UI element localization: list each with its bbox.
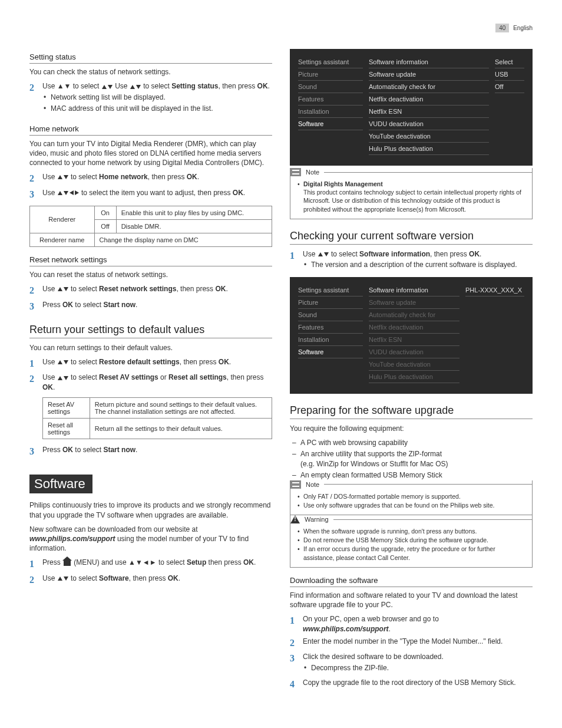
step: 1 Use to select Restore default settings… bbox=[29, 357, 272, 370]
table-reset: Reset AV settingsReturn picture and soun… bbox=[42, 397, 272, 439]
heading-home-network: Home network bbox=[29, 124, 272, 136]
step: 4 Copy the upgrade file to the root dire… bbox=[290, 678, 533, 691]
warning-upgrade: Warning When the software upgrade is run… bbox=[290, 515, 533, 568]
text: Philips continuously tries to improve it… bbox=[29, 500, 272, 519]
ui-menu-software-info: Settings assistant Picture Sound Feature… bbox=[290, 277, 533, 394]
step: 2 Use ▲▼ to select Use ▲▼ to select Use … bbox=[29, 81, 272, 116]
note-icon bbox=[290, 480, 301, 489]
step: 1 Use to select Software information, th… bbox=[290, 249, 533, 273]
left-column: Setting status You can check the status … bbox=[29, 44, 272, 694]
down-icon bbox=[108, 85, 113, 89]
step: 3 Press OK to select Start now. bbox=[29, 445, 272, 458]
step: 2 Use to select Home network, then press… bbox=[29, 172, 272, 185]
ui-menu-software: Settings assistant Picture Sound Feature… bbox=[290, 49, 533, 166]
page-lang: English bbox=[513, 25, 533, 31]
page-number: 40 bbox=[495, 24, 509, 32]
text: You require the following equipment: bbox=[290, 424, 533, 433]
text: You can return settings to their default… bbox=[29, 343, 272, 353]
bullet: Network setting list will be displayed. bbox=[42, 93, 272, 103]
equipment-list: A PC with web browsing capability An arc… bbox=[290, 438, 533, 480]
text: You can check the status of network sett… bbox=[29, 67, 272, 77]
step: 2 Use to select Software, then press OK. bbox=[29, 574, 272, 587]
step: 1 Press (MENU) and use ▲▼◄► to select Se… bbox=[29, 558, 272, 571]
heading-reset-network: Reset network settings bbox=[29, 255, 272, 266]
note-drm: Note Digital Rights ManagementThis produ… bbox=[290, 168, 533, 219]
heading-return-default: Return your settings to default values bbox=[29, 324, 272, 338]
heading-preparing-upgrade: Preparing for the software upgrade bbox=[290, 404, 533, 419]
heading-setting-status: Setting status bbox=[29, 52, 272, 64]
text: You can turn your TV into Digital Media … bbox=[29, 139, 272, 168]
note-fat: Note Only FAT / DOS-formatted portable m… bbox=[290, 480, 533, 515]
warning-icon bbox=[290, 515, 300, 523]
step: 2 Use to select Reset network settings, … bbox=[29, 284, 272, 297]
step: 2 Enter the model number in the "Type th… bbox=[290, 637, 533, 650]
bullet: MAC address of this unit will be display… bbox=[42, 104, 272, 114]
text: Find information and software related to… bbox=[290, 591, 533, 610]
table-home-network: Renderer On Enable this unit to play fil… bbox=[29, 206, 272, 247]
step: 3 Click the desired software to be downl… bbox=[290, 652, 533, 676]
step: 1 On your PC, open a web browser and go … bbox=[290, 614, 533, 634]
up-icon bbox=[102, 85, 107, 89]
step: 3 Press OK to select Start now. bbox=[29, 300, 272, 313]
heading-software: Software bbox=[29, 475, 92, 493]
step: 2 Use to select Reset AV settings or Res… bbox=[29, 373, 272, 393]
heading-downloading: Downloading the software bbox=[290, 576, 533, 587]
note-icon bbox=[290, 168, 301, 176]
text: New software can be downloaded from our … bbox=[29, 525, 272, 554]
page-header: 40 English bbox=[29, 24, 533, 32]
right-column: Settings assistant Picture Sound Feature… bbox=[290, 44, 533, 694]
step: 3 Use to select the item you want to adj… bbox=[29, 188, 272, 201]
heading-check-software: Checking your current software version bbox=[290, 230, 533, 245]
text: You can reset the status of network sett… bbox=[29, 270, 272, 279]
home-icon bbox=[64, 560, 71, 566]
